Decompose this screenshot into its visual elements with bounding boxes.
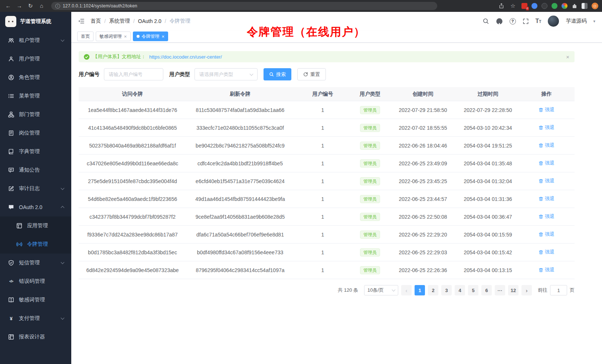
fullscreen-icon[interactable]: [523, 18, 529, 24]
extension-icon-dark[interactable]: [542, 3, 547, 9]
prev-page-button[interactable]: ‹: [401, 285, 412, 295]
profile-avatar-icon[interactable]: ☺: [592, 3, 598, 9]
next-page-button[interactable]: ›: [521, 285, 532, 295]
github-icon[interactable]: [496, 18, 503, 25]
page-ellipsis-button[interactable]: ···: [495, 285, 505, 295]
user-id-cell: 1: [294, 143, 351, 149]
trash-icon: [539, 143, 543, 148]
sidebar-item-oauth[interactable]: OAuth 2.0: [0, 198, 71, 216]
sidebar-item-label: OAuth 2.0: [19, 204, 42, 210]
force-logout-button[interactable]: 强退: [539, 267, 554, 273]
user-type-label: 用户类型: [169, 71, 190, 78]
page-button-1[interactable]: 1: [415, 285, 425, 295]
browser-back-icon[interactable]: ←: [4, 0, 13, 12]
help-icon[interactable]: ?: [510, 18, 516, 24]
site-info-icon[interactable]: i: [55, 4, 60, 9]
sidebar-item-oauth-token[interactable]: 令牌管理: [0, 235, 71, 254]
refresh-token-cell: be90422b8c7946218275a508bf524fc9: [186, 143, 294, 149]
force-logout-button[interactable]: 强退: [539, 124, 554, 131]
sidebar-fold-icon[interactable]: [78, 18, 85, 24]
close-icon[interactable]: ×: [124, 34, 127, 39]
extension-icon-green[interactable]: [552, 3, 557, 9]
sidebar-item-dict[interactable]: 字典管理: [0, 142, 71, 161]
extension-icon-red[interactable]: 0: [521, 3, 527, 9]
bookmark-star-icon[interactable]: ☆: [508, 0, 517, 12]
sidebar: 芋道管理系统 租户管理 用户管理 角色管理 菜单管理 部门管理 岗位管理 字典管…: [0, 12, 71, 364]
tab-sensitive-word[interactable]: 敏感词管理×: [96, 32, 131, 41]
split-view-icon[interactable]: [582, 3, 588, 9]
close-icon[interactable]: ×: [162, 34, 165, 39]
user-id-cell: 1: [294, 178, 351, 184]
page-button-4[interactable]: 4: [455, 285, 465, 295]
sidebar-item-audit-log[interactable]: 审计日志: [0, 179, 71, 198]
page-button-2[interactable]: 2: [428, 285, 438, 295]
expire-time-cell: 2054-03-10 20:42:34: [457, 125, 518, 131]
sidebar-item-errcode[interactable]: </> 错误码管理: [0, 272, 71, 291]
trash-icon: [539, 107, 543, 112]
extension-icon-blue[interactable]: [531, 3, 537, 9]
page-size-select[interactable]: 10条/页: [364, 285, 398, 295]
sidebar-item-dept[interactable]: 部门管理: [0, 105, 71, 124]
user-name[interactable]: 芋道源码: [566, 18, 586, 24]
sidebar-item-oauth-app[interactable]: 应用管理: [0, 216, 71, 235]
app-logo-row[interactable]: 芋道管理系统: [0, 12, 71, 31]
browser-home-icon[interactable]: ⌂: [37, 0, 46, 12]
open-book-icon: [8, 297, 14, 303]
browser-reload-icon[interactable]: ↻: [26, 0, 35, 12]
sidebar-item-user[interactable]: 用户管理: [0, 50, 71, 68]
sidebar-item-menu[interactable]: 菜单管理: [0, 87, 71, 105]
font-size-icon[interactable]: TT: [536, 18, 542, 24]
table-row: 275e5de9151045fe87cbdc395e004f4d e6cfd40…: [79, 172, 575, 190]
tab-token[interactable]: 令牌管理×: [133, 32, 169, 41]
alert-text: 【用户体系】文档地址：: [93, 53, 146, 60]
user-type-placeholder: 请选择用户类型: [199, 71, 233, 78]
sidebar-item-notice[interactable]: 通知公告: [0, 161, 71, 179]
goto-page-input[interactable]: [550, 285, 567, 295]
search-button[interactable]: 搜索: [264, 68, 291, 80]
tab-home[interactable]: 首页: [77, 32, 94, 41]
user-type-badge: 管理员: [360, 159, 380, 168]
user-id-input[interactable]: [104, 68, 163, 80]
doc-link[interactable]: https://doc.iocoder.cn/user-center/: [149, 54, 222, 60]
extensions-puzzle-icon[interactable]: [572, 3, 578, 9]
user-menu-caret-icon[interactable]: ▾: [593, 19, 595, 24]
user-type-select[interactable]: 请选择用户类型: [194, 68, 258, 80]
column-header: 用户编号: [294, 91, 351, 97]
extension-icon-colorwheel[interactable]: [562, 3, 567, 9]
created-time-cell: 2022-06-25 23:45:25: [389, 178, 457, 184]
sidebar-item-sensitive-word[interactable]: 敏感词管理: [0, 291, 71, 309]
force-logout-button[interactable]: 强退: [539, 213, 554, 220]
force-logout-button[interactable]: 强退: [539, 178, 554, 184]
reset-button[interactable]: 重置: [297, 68, 326, 80]
page-button-3[interactable]: 3: [441, 285, 452, 295]
breadcrumb-oauth[interactable]: OAuth 2.0: [138, 18, 161, 24]
page-button-5[interactable]: 5: [468, 285, 478, 295]
force-logout-button[interactable]: 强退: [539, 249, 554, 255]
trash-icon: [539, 214, 543, 219]
sidebar-item-report-designer[interactable]: 报表设计器: [0, 328, 71, 346]
refresh-token-cell: 811c530487574fa0af1a59d3abc1aa66: [186, 107, 294, 113]
force-logout-button[interactable]: 强退: [539, 160, 554, 166]
address-bar[interactable]: i 127.0.0.1:1024/system/oauth2/token: [51, 2, 437, 10]
search-icon[interactable]: [482, 18, 489, 24]
user-avatar[interactable]: [548, 16, 559, 27]
sidebar-item-tenant[interactable]: 租户管理: [0, 31, 71, 50]
column-header: 创建时间: [389, 91, 457, 97]
sidebar-item-role[interactable]: 角色管理: [0, 68, 71, 87]
sidebar-item-post[interactable]: 岗位管理: [0, 124, 71, 142]
sidebar-item-pay[interactable]: ¥ 支付管理: [0, 309, 71, 328]
share-icon[interactable]: [498, 3, 504, 9]
action-cell: 强退: [518, 106, 575, 113]
alert-close-icon[interactable]: ×: [566, 54, 569, 60]
sidebar-item-sms[interactable]: 短信管理: [0, 254, 71, 272]
page-button-12[interactable]: 12: [508, 285, 518, 295]
force-logout-button[interactable]: 强退: [539, 195, 554, 202]
page-button-6[interactable]: 6: [481, 285, 492, 295]
breadcrumb-system[interactable]: 系统管理: [109, 18, 130, 24]
breadcrumb-home[interactable]: 首页: [91, 18, 101, 24]
browser-forward-icon[interactable]: →: [15, 0, 24, 12]
force-logout-button[interactable]: 强退: [539, 142, 554, 149]
force-logout-button[interactable]: 强退: [539, 231, 554, 238]
force-logout-button[interactable]: 强退: [539, 106, 554, 113]
search-icon: [269, 72, 274, 77]
